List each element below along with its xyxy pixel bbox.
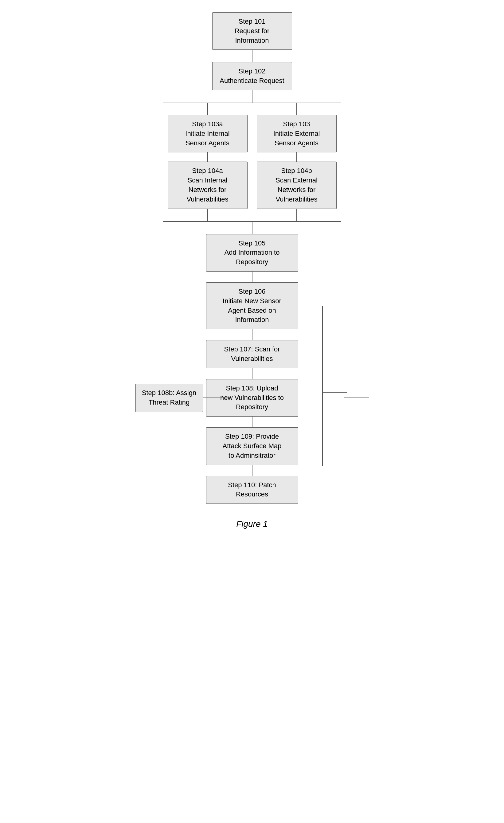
step108-label: Step 108: Upload new Vulnerabilities to … [220,384,284,411]
step104a-box: Step 104a Scan Internal Networks for Vul… [168,162,247,209]
step102-box: Step 102 Authenticate Request [212,62,292,90]
connector-103a-104a [207,152,208,162]
step103a-label: Step 103a Initiate Internal Sensor Agent… [185,120,229,147]
step109-box: Step 109: Provide Attack Surface Map to … [206,427,298,465]
h-split-line [163,103,341,103]
step108-right-connector [344,397,369,398]
step103-label: Step 103 Initiate External Sensor Agents [273,120,320,147]
step108-row: Step 108b: Assign Threat Rating Step 108… [114,379,390,417]
step105-label: Step 105 Add Information to Repository [224,239,280,266]
connector-105-106 [252,272,253,282]
v-left-top [207,103,208,115]
step101-label: Step 101 Request for Information [235,17,270,44]
connector-merge-105 [252,222,253,234]
step104b-label: Step 104b Scan External Networks for Vul… [276,167,318,203]
step104a-label: Step 104a Scan Internal Networks for Vul… [186,167,228,203]
step104b-box: Step 104b Scan External Networks for Vul… [257,162,337,209]
connector-109-110 [252,465,253,476]
connector-104a-merge [207,209,208,221]
step106-label: Step 106 Initiate New Sensor Agent Based… [223,288,281,323]
connector-103-104b [296,152,297,162]
step109-label: Step 109: Provide Attack Surface Map to … [223,433,282,459]
h-connector-108-right [344,397,369,398]
step105-box: Step 105 Add Information to Repository [206,234,298,272]
h-connector-108b [203,397,227,398]
right-branch-103: Step 103 Initiate External Sensor Agents… [252,103,341,221]
figure-label: Figure 1 [236,519,268,529]
step108b-label: Step 108b: Assign Threat Rating [142,389,196,406]
connector-108-109 [252,417,253,427]
step110-label: Step 110: Patch Resources [228,481,276,498]
step108b-box: Step 108b: Assign Threat Rating [136,384,203,412]
connector-101-102 [252,50,253,62]
connector-102-split [252,90,253,103]
connector-106-107 [252,329,253,340]
connector-104b-merge [296,209,297,221]
step107-box: Step 107: Scan for Vulnerabilities [206,340,298,368]
step101-box: Step 101 Request for Information [212,12,292,50]
step103-box: Step 103 Initiate External Sensor Agents [257,115,337,152]
left-branch-103a: Step 103a Initiate Internal Sensor Agent… [163,103,252,221]
loop-bottom-h [323,392,347,392]
step110-box: Step 110: Patch Resources [206,476,298,504]
step102-label: Step 102 Authenticate Request [219,67,284,85]
step107-label: Step 107: Scan for Vulnerabilities [224,345,280,362]
connector-107-108 [252,368,253,379]
step106-box: Step 106 Initiate New Sensor Agent Based… [206,282,298,329]
split-top: Step 103a Initiate Internal Sensor Agent… [163,103,341,221]
step108b-container: Step 108b: Assign Threat Rating [136,384,227,412]
step106-container: Step 106 Initiate New Sensor Agent Based… [114,282,390,329]
v-right-top [296,103,297,115]
step103a-box: Step 103a Initiate Internal Sensor Agent… [168,115,247,152]
flowchart: Step 101 Request for Information Step 10… [114,12,390,529]
